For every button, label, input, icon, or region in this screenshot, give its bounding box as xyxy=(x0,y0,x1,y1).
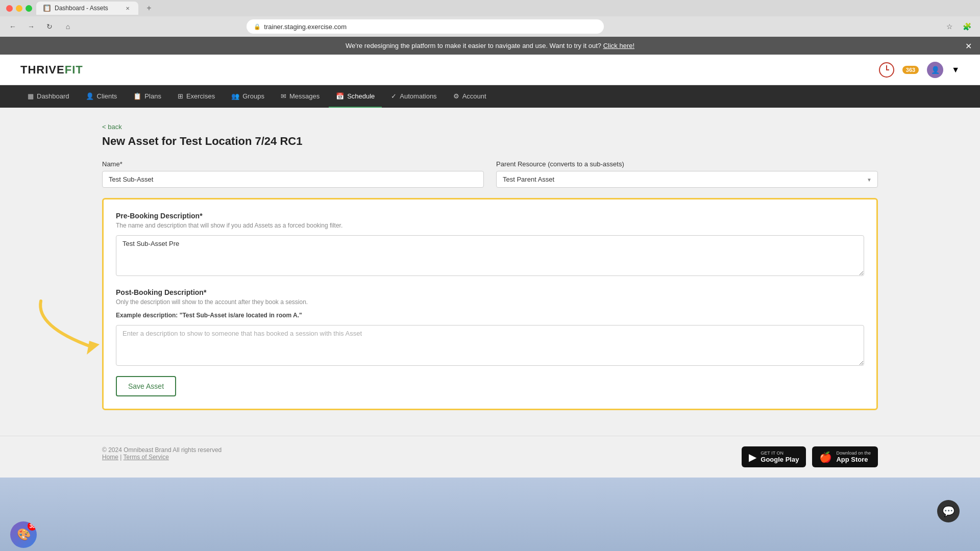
google-play-name: Google Play xyxy=(761,456,799,463)
post-booking-title: Post-Booking Description* xyxy=(116,288,864,296)
form-group-parent-resource: Parent Resource (converts to a sub-asset… xyxy=(496,160,878,188)
active-tab[interactable]: 📋 Dashboard - Assets ✕ xyxy=(36,2,138,15)
window-controls xyxy=(6,5,32,12)
browser-chrome: 📋 Dashboard - Assets ✕ + ← → ↻ ⌂ 🔒 train… xyxy=(0,0,980,37)
apple-icon: 🍎 xyxy=(819,451,832,463)
notification-message: We're redesigning the platform to make i… xyxy=(346,42,601,49)
name-input[interactable] xyxy=(102,171,484,188)
name-label: Name* xyxy=(102,160,484,168)
logo: THRIVEFIT xyxy=(20,63,83,77)
tab-close-button[interactable]: ✕ xyxy=(124,5,131,12)
app-store-sub: Download on the xyxy=(836,450,871,456)
nav-item-groups[interactable]: 👥 Groups xyxy=(224,85,272,108)
nav-item-messages[interactable]: ✉ Messages xyxy=(274,85,327,108)
nav-label-dashboard: Dashboard xyxy=(37,92,69,100)
nav-item-plans[interactable]: 📋 Plans xyxy=(126,85,168,108)
notification-link[interactable]: Click here! xyxy=(603,42,634,49)
app-header: THRIVEFIT 363 👤 ▼ xyxy=(0,55,980,85)
parent-resource-select-wrapper: Test Parent Asset xyxy=(496,171,878,188)
url-text: trainer.staging.exercise.com xyxy=(264,23,347,31)
lock-icon: 🔒 xyxy=(254,23,261,30)
nav-label-account: Account xyxy=(462,92,486,100)
app-content: We're redesigning the platform to make i… xyxy=(0,37,980,478)
chat-bubble-button[interactable]: 💬 xyxy=(937,500,960,522)
nav-item-automations[interactable]: ✓ Automations xyxy=(384,85,444,108)
post-booking-example: Example description: "Test Sub-Asset is/… xyxy=(116,312,864,319)
extensions-button[interactable]: 🧩 xyxy=(961,20,974,33)
logo-thrive: THRIVE xyxy=(20,63,65,76)
desktop-area: 🎨 36 💬 xyxy=(0,478,980,551)
parent-resource-label: Parent Resource (converts to a sub-asset… xyxy=(496,160,878,168)
maximize-window-button[interactable] xyxy=(26,5,32,12)
tos-link[interactable]: Terms of Service xyxy=(124,454,169,461)
close-window-button[interactable] xyxy=(6,5,13,12)
groups-icon: 👥 xyxy=(231,92,239,100)
address-bar[interactable]: 🔒 trainer.staging.exercise.com xyxy=(247,19,604,34)
avatar-dropdown-icon[interactable]: ▼ xyxy=(951,65,960,74)
refresh-button[interactable]: ↻ xyxy=(43,20,56,33)
parent-resource-select[interactable]: Test Parent Asset xyxy=(496,171,878,188)
form-group-post-booking: Post-Booking Description* Only the descr… xyxy=(116,288,864,368)
google-play-sub: GET IT ON xyxy=(761,450,799,456)
minimize-window-button[interactable] xyxy=(16,5,22,12)
nav-label-schedule: Schedule xyxy=(347,92,375,100)
nav-item-schedule[interactable]: 📅 Schedule xyxy=(329,85,382,108)
home-link[interactable]: Home xyxy=(102,454,118,461)
back-link[interactable]: < back xyxy=(102,123,878,131)
automations-icon: ✓ xyxy=(391,92,397,100)
nav-item-exercises[interactable]: ⊞ Exercises xyxy=(170,85,222,108)
post-booking-textarea[interactable] xyxy=(116,325,864,366)
pre-booking-desc: The name and description that will show … xyxy=(116,222,864,229)
google-play-badge[interactable]: ▶ GET IT ON Google Play xyxy=(742,446,806,467)
tab-favicon: 📋 xyxy=(43,5,51,12)
forward-button[interactable]: → xyxy=(24,20,38,33)
account-icon: ⚙ xyxy=(453,92,459,100)
footer-right: ▶ GET IT ON Google Play 🍎 Download on th… xyxy=(742,446,878,467)
notification-close-button[interactable]: ✕ xyxy=(965,41,972,51)
nav-item-account[interactable]: ⚙ Account xyxy=(446,85,494,108)
bookmark-button[interactable]: ☆ xyxy=(943,20,957,33)
post-booking-desc: Only the description will show to the ac… xyxy=(116,298,864,306)
clients-icon: 👤 xyxy=(86,92,94,100)
home-button[interactable]: ⌂ xyxy=(61,20,75,33)
app-store-name: App Store xyxy=(836,456,871,463)
form-group-name: Name* xyxy=(102,160,484,188)
taskbar-app-icon[interactable]: 🎨 36 xyxy=(10,521,37,548)
footer-links: Home | Terms of Service xyxy=(102,454,222,461)
nav-label-groups: Groups xyxy=(242,92,264,100)
back-button[interactable]: ← xyxy=(6,20,19,33)
browser-actions: ☆ 🧩 xyxy=(943,20,974,33)
nav-item-clients[interactable]: 👤 Clients xyxy=(79,85,125,108)
main-content: < back New Asset for Test Location 7/24 … xyxy=(0,108,980,436)
nav-menu: ▦ Dashboard 👤 Clients 📋 Plans ⊞ Exercise… xyxy=(0,85,980,108)
taskbar-badge: 36 xyxy=(28,521,37,531)
browser-titlebar: 📋 Dashboard - Assets ✕ + xyxy=(0,0,980,16)
nav-label-plans: Plans xyxy=(144,92,161,100)
app-store-text: Download on the App Store xyxy=(836,450,871,463)
plans-icon: 📋 xyxy=(133,92,141,100)
nav-label-clients: Clients xyxy=(97,92,117,100)
app-store-badge[interactable]: 🍎 Download on the App Store xyxy=(812,446,878,467)
avatar[interactable]: 👤 xyxy=(927,62,943,78)
notification-badge[interactable]: 363 xyxy=(902,66,919,74)
save-asset-button[interactable]: Save Asset xyxy=(116,376,176,396)
logo-fit: FIT xyxy=(65,63,83,76)
new-tab-button[interactable]: + xyxy=(142,2,156,15)
pre-booking-title: Pre-Booking Description* xyxy=(116,212,864,220)
highlighted-section: Pre-Booking Description* The name and de… xyxy=(102,198,878,410)
tab-title: Dashboard - Assets xyxy=(55,5,108,12)
google-play-icon: ▶ xyxy=(749,451,756,463)
nav-label-messages: Messages xyxy=(289,92,320,100)
nav-label-exercises: Exercises xyxy=(186,92,215,100)
nav-label-automations: Automations xyxy=(400,92,436,100)
google-play-text: GET IT ON Google Play xyxy=(761,450,799,463)
pre-booking-textarea[interactable]: Test Sub-Asset Pre xyxy=(116,235,864,276)
page-title: New Asset for Test Location 7/24 RC1 xyxy=(102,135,878,148)
copyright-text: © 2024 Omnibeast Brand All rights reserv… xyxy=(102,446,222,454)
nav-item-dashboard[interactable]: ▦ Dashboard xyxy=(20,85,77,108)
header-right: 363 👤 ▼ xyxy=(879,62,960,78)
clock-icon[interactable] xyxy=(879,62,894,78)
form-group-pre-booking: Pre-Booking Description* The name and de… xyxy=(116,212,864,278)
footer-left: © 2024 Omnibeast Brand All rights reserv… xyxy=(102,446,222,461)
dashboard-icon: ▦ xyxy=(28,92,34,100)
